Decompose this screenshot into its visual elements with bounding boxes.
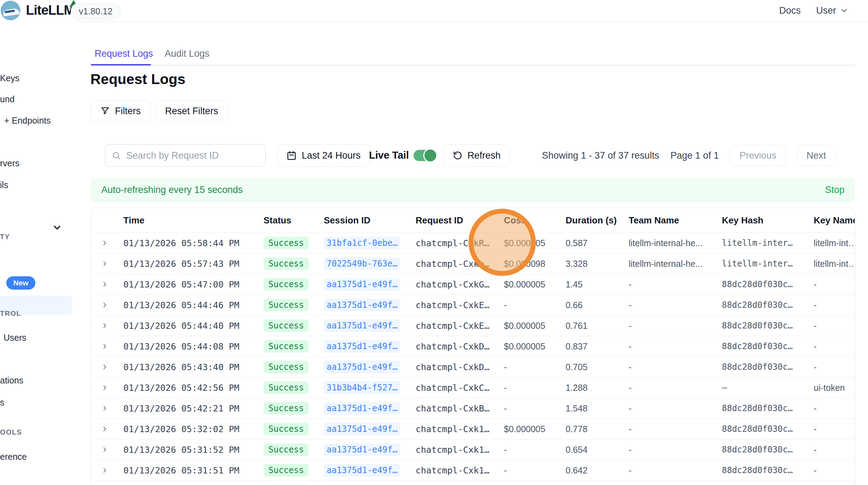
table-row[interactable]: 01/13/2026 05:31:51 PM Success aa1375d1-… (91, 460, 855, 480)
cell-status: Success (264, 464, 324, 477)
cell-duration: 1.288 (566, 383, 629, 393)
table-row[interactable]: 01/13/2026 05:57:43 PM Success 7022549b-… (91, 253, 855, 274)
sidebar-item-keys[interactable]: Keys (0, 73, 20, 83)
funnel-icon (100, 106, 110, 116)
status-badge: Success (264, 464, 309, 477)
session-id-link[interactable]: 31bfa1cf-0ebe… (324, 237, 400, 249)
session-id-link[interactable]: aa1375d1-e49f… (324, 319, 400, 332)
time-range-label: Last 24 Hours (302, 150, 361, 161)
sidebar-item-models-endpoints[interactable]: + Endpoints (4, 116, 51, 126)
cell-time: 01/13/2026 05:42:56 PM (123, 383, 264, 393)
user-menu[interactable]: User (816, 5, 849, 16)
row-expand-chevron-icon[interactable] (101, 425, 123, 433)
table-row[interactable]: 01/13/2026 05:43:40 PM Success aa1375d1-… (91, 356, 855, 377)
cell-request-id: chatcmpl-CxkB… (416, 403, 504, 414)
row-expand-chevron-icon[interactable] (101, 322, 123, 330)
cell-session-id: 7022549b-763e… (324, 257, 416, 270)
cell-time: 01/13/2026 05:42:21 PM (123, 403, 264, 414)
session-id-link[interactable]: aa1375d1-e49f… (324, 423, 400, 435)
sidebar-item-reference[interactable]: erence (0, 452, 27, 462)
row-expand-chevron-icon[interactable] (101, 404, 123, 412)
cell-key-hash: 88dc28d0f030c… (722, 424, 814, 434)
row-expand-chevron-icon[interactable] (101, 280, 123, 288)
time-range-button[interactable]: Last 24 Hours (277, 144, 370, 167)
session-id-link[interactable]: 7022549b-763e… (324, 257, 400, 270)
session-id-link[interactable]: aa1375d1-e49f… (324, 361, 400, 373)
table-row[interactable]: 01/13/2026 05:32:02 PM Success aa1375d1-… (91, 418, 855, 439)
litellm-logo-icon (1, 1, 20, 20)
tab-request-logs[interactable]: Request Logs (95, 48, 153, 59)
cell-key-hash: – (722, 383, 814, 393)
reset-filters-label: Reset Filters (165, 106, 218, 117)
table-row[interactable]: 01/13/2026 05:31:52 PM Success aa1375d1-… (91, 439, 855, 460)
previous-page-button[interactable]: Previous (730, 145, 786, 166)
row-expand-chevron-icon[interactable] (101, 446, 123, 453)
tab-audit-logs[interactable]: Audit Logs (165, 48, 210, 59)
cell-status: Success (264, 340, 324, 353)
table-row[interactable]: 01/13/2026 05:42:56 PM Success 31b3b4b4-… (91, 377, 855, 398)
cell-key-hash: 88dc28d0f030c… (722, 279, 814, 289)
cell-time: 01/13/2026 05:44:08 PM (123, 341, 264, 352)
session-id-link[interactable]: 31b3b4b4-f527… (324, 381, 400, 394)
cell-key-name: - (814, 424, 855, 434)
cell-key-name: - (814, 445, 855, 455)
logs-table: Time Status Session ID Request ID Cost D… (91, 208, 855, 485)
live-tail-toggle[interactable] (414, 150, 437, 161)
cell-status: Success (264, 423, 324, 435)
sidebar-collapse-chevron-icon[interactable] (52, 222, 62, 233)
status-badge: Success (264, 319, 309, 332)
cell-cost: - (504, 465, 566, 476)
session-id-link[interactable]: aa1375d1-e49f… (324, 299, 400, 311)
cell-key-hash: 88dc28d0f030c… (722, 465, 814, 475)
session-id-link[interactable]: aa1375d1-e49f… (324, 443, 400, 456)
session-id-link[interactable]: aa1375d1-e49f… (324, 402, 400, 415)
table-row[interactable]: 01/13/2026 05:58:44 PM Success 31bfa1cf-… (91, 233, 855, 253)
cell-key-name: - (814, 362, 855, 372)
cell-time: 01/13/2026 05:57:43 PM (123, 259, 264, 269)
cell-team-name: - (629, 445, 722, 455)
sidebar-item-guardrails[interactable]: ils (0, 180, 8, 190)
docs-link[interactable]: Docs (779, 5, 801, 16)
sidebar-item-teams[interactable]: s (0, 397, 5, 408)
cell-request-id: chatcmpl-CxkG… (416, 279, 504, 290)
cell-time: 01/13/2026 05:31:51 PM (123, 465, 264, 476)
table-row[interactable]: 01/13/2026 05:42:21 PM Success aa1375d1-… (91, 398, 855, 418)
search-input[interactable] (125, 150, 259, 161)
brand-title: LiteLLM (26, 3, 75, 18)
cell-duration: 0.778 (566, 424, 629, 434)
sidebar-item-servers[interactable]: rvers (0, 158, 20, 168)
row-expand-chevron-icon[interactable] (101, 301, 123, 309)
sidebar-item-organizations[interactable]: ations (0, 375, 23, 386)
row-expand-chevron-icon[interactable] (101, 260, 123, 268)
table-row[interactable]: 01/13/2026 05:44:08 PM Success aa1375d1-… (91, 336, 855, 356)
filters-button[interactable]: Filters (91, 101, 150, 122)
cell-request-id: chatcmpl-CxkC… (416, 383, 504, 393)
status-badge: Success (264, 443, 309, 456)
sidebar-item-playground[interactable]: und (0, 94, 15, 104)
session-id-link[interactable]: aa1375d1-e49f… (324, 278, 400, 291)
session-id-link[interactable]: aa1375d1-e49f… (324, 340, 400, 353)
cell-cost: $0.000098 (504, 259, 566, 269)
row-expand-chevron-icon[interactable] (101, 239, 123, 247)
cell-duration: 0.705 (566, 362, 629, 372)
search-box[interactable] (105, 144, 266, 167)
row-expand-chevron-icon[interactable] (101, 384, 123, 392)
sidebar-item-users[interactable]: Users (4, 333, 26, 343)
filters-button-label: Filters (115, 106, 141, 117)
table-row[interactable]: 01/13/2026 05:31:38 PM Success aa1375d1-… (91, 480, 855, 485)
row-expand-chevron-icon[interactable] (101, 363, 123, 371)
table-row[interactable]: 01/13/2026 05:44:46 PM Success aa1375d1-… (91, 295, 855, 315)
refresh-button[interactable]: Refresh (443, 144, 510, 167)
next-page-button[interactable]: Next (797, 145, 835, 166)
row-expand-chevron-icon[interactable] (101, 342, 123, 350)
cell-duration: 3.328 (566, 259, 629, 269)
table-row[interactable]: 01/13/2026 05:47:00 PM Success aa1375d1-… (91, 274, 855, 295)
cell-team-name: - (629, 321, 722, 331)
session-id-link[interactable]: aa1375d1-e49f… (324, 464, 400, 477)
table-row[interactable]: 01/13/2026 05:44:40 PM Success aa1375d1-… (91, 315, 855, 336)
stop-auto-refresh-button[interactable]: Stop (825, 185, 845, 195)
reset-filters-button[interactable]: Reset Filters (156, 101, 228, 122)
cell-request-id: chatcmpl-Cxkb… (416, 259, 504, 269)
col-header-time: Time (123, 215, 264, 226)
row-expand-chevron-icon[interactable] (101, 466, 123, 474)
